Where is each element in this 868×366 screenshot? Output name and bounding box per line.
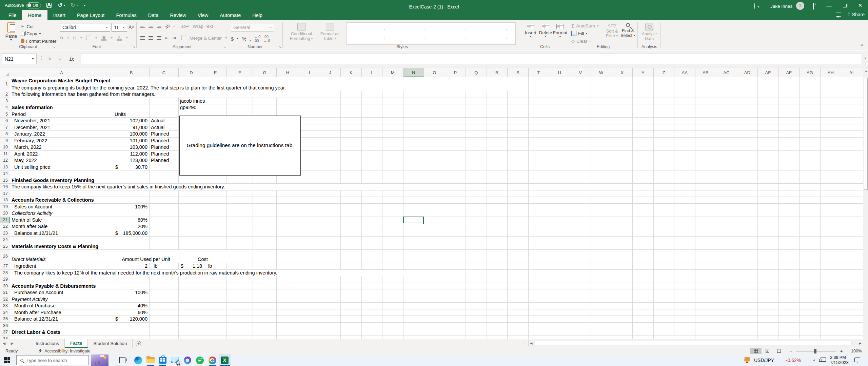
italic-icon[interactable]: I <box>67 35 69 41</box>
cell-A35[interactable]: Balance at 12/31/21 <box>10 316 113 322</box>
row-header-37[interactable]: 37 <box>0 329 10 336</box>
row-header-21[interactable]: 21 <box>0 217 10 223</box>
ribbon-tab-help[interactable]: Help <box>246 10 268 20</box>
action-center-icon[interactable] <box>854 358 860 362</box>
cell-A13[interactable]: Unit selling price <box>10 164 113 170</box>
sort-filter-button[interactable]: AZ▽ Sort & Filter <box>605 23 619 38</box>
column-header-AA[interactable]: AA <box>674 68 695 77</box>
formula-input[interactable] <box>81 54 862 64</box>
close-button[interactable]: ✕ <box>852 0 868 11</box>
column-header-K[interactable]: K <box>341 68 362 77</box>
row-header-2[interactable]: 2 <box>0 91 10 98</box>
column-header-E[interactable]: E <box>204 68 227 77</box>
cell-B9[interactable]: 101,000 <box>113 138 150 144</box>
column-header-U[interactable]: U <box>549 68 570 77</box>
cell-B22[interactable]: 20% <box>113 223 150 230</box>
account-name[interactable]: Jake Innes <box>770 4 792 9</box>
decrease-indent-icon[interactable]: ⇤ <box>165 35 169 41</box>
row-header-32[interactable]: 32 <box>0 296 10 303</box>
cell-A18[interactable]: Accounts Receivable & Collections <box>10 197 113 203</box>
column-header-R[interactable]: R <box>487 68 508 77</box>
column-header-W[interactable]: W <box>591 68 612 77</box>
align-bottom-icon[interactable] <box>157 24 161 28</box>
cell-A10[interactable]: March, 2022 <box>10 144 113 150</box>
column-header-T[interactable]: T <box>529 68 550 77</box>
row-header-23[interactable]: 23 <box>0 230 10 237</box>
fill-color-icon[interactable]: ⛊ <box>101 36 106 41</box>
cell-B5[interactable]: Units <box>113 111 150 118</box>
ribbon-tab-file[interactable]: File <box>3 10 22 20</box>
font-name-combo[interactable]: Calibri <box>60 23 110 32</box>
font-size-combo[interactable]: 11 <box>112 23 127 32</box>
name-box-dropdown-icon[interactable] <box>32 58 34 60</box>
row-header-34[interactable]: 34 <box>0 309 10 316</box>
network-icon[interactable] <box>821 358 826 362</box>
vertical-scrollbar-thumb[interactable] <box>864 78 868 190</box>
formula-bar-splitter[interactable]: ⋮ <box>39 55 44 61</box>
column-header-X[interactable]: X <box>612 68 633 77</box>
find-select-button[interactable]: Find & Select <box>620 23 636 38</box>
row-header-20[interactable]: 20 <box>0 210 10 217</box>
ribbon-tab-formulas[interactable]: Formulas <box>110 10 142 20</box>
delete-cells-button[interactable]: Delete <box>538 24 553 37</box>
ribbon-tab-page-layout[interactable]: Page Layout <box>71 10 110 20</box>
alignment-dialog-launcher-icon[interactable]: ↘ <box>223 45 226 49</box>
row-header-11[interactable]: 11 <box>0 151 10 157</box>
ribbon-tab-insert[interactable]: Insert <box>47 10 71 20</box>
column-header-F[interactable]: F <box>227 68 253 77</box>
ribbon-tab-home[interactable]: Home <box>22 10 47 20</box>
cell-B35[interactable]: $120,000 <box>113 316 150 322</box>
row-header-35[interactable]: 35 <box>0 316 10 322</box>
align-center-icon[interactable] <box>149 36 153 40</box>
taskbar-excel-icon[interactable]: X <box>219 354 231 366</box>
cell-A28[interactable]: The company likes to keep 12% of the mat… <box>10 270 451 276</box>
cell-C9[interactable]: Planned <box>150 138 179 144</box>
start-button[interactable] <box>4 357 10 363</box>
row-header-33[interactable]: 33 <box>0 303 10 309</box>
cell-B12[interactable]: 123,000 <box>113 157 150 164</box>
grading-note-textbox[interactable]: Grading guidelines are on the instructio… <box>179 116 301 176</box>
select-all-corner[interactable] <box>0 68 10 77</box>
sheet-tab-facts[interactable]: Facts <box>65 339 88 348</box>
align-left-icon[interactable] <box>140 36 145 40</box>
row-header-3[interactable]: 3 <box>0 98 10 104</box>
cell-B11[interactable]: 112,000 <box>113 151 150 157</box>
row-header-10[interactable]: 10 <box>0 144 10 150</box>
cell-E27[interactable]: lb <box>204 263 227 269</box>
cell-B23[interactable]: $185,000.00 <box>113 230 150 237</box>
expand-formula-bar-icon[interactable]: ˅ <box>864 56 867 61</box>
taskbar-search[interactable]: Type here to search <box>16 355 89 365</box>
cell-A30[interactable]: Accounts Payable & Disbursements <box>10 283 113 289</box>
copy-button[interactable]: Copy <box>21 31 41 36</box>
format-as-table-button[interactable]: Format as Table <box>317 23 343 41</box>
selected-cell-N21[interactable] <box>403 217 424 224</box>
comma-style-icon[interactable]: , <box>250 36 251 42</box>
cell-D27[interactable]: $1.18 <box>179 263 204 269</box>
sheet-tab-student-solution[interactable]: Student Solution <box>88 339 133 348</box>
ribbon-tab-view[interactable]: View <box>192 10 214 20</box>
column-header-AF[interactable]: AF <box>779 68 800 77</box>
ribbon-tab-automate[interactable]: Automate <box>214 10 246 20</box>
zoom-level[interactable]: 100% <box>848 349 862 353</box>
horizontal-scrollbar[interactable]: ◀ ▶ <box>528 340 863 346</box>
page-layout-view-button[interactable] <box>762 348 773 354</box>
cell-B34[interactable]: 60% <box>113 309 150 316</box>
row-header-30[interactable]: 30 <box>0 283 10 289</box>
row-header-36[interactable]: 36 <box>0 323 10 329</box>
widgets-button[interactable] <box>91 354 108 366</box>
cell-A7[interactable]: December, 2021 <box>10 124 113 131</box>
ticker-change[interactable]: -0.62% <box>786 358 801 363</box>
cut-button[interactable]: ✂Cut <box>21 24 34 29</box>
row-header-8[interactable]: 8 <box>0 131 10 137</box>
row-header-28[interactable]: 28 <box>0 270 10 276</box>
sheet-tab-instructions[interactable]: Instructions <box>30 339 65 348</box>
cell-A19[interactable]: Sales on Account <box>10 204 113 210</box>
cell-B13[interactable]: $30.70 <box>113 164 150 170</box>
share-button[interactable]: ⤴ Share <box>847 12 865 17</box>
row-header-18[interactable]: 18 <box>0 197 10 203</box>
column-header-D[interactable]: D <box>179 68 204 77</box>
ribbon-tab-review[interactable]: Review <box>164 10 192 20</box>
fill-handle[interactable] <box>422 222 425 224</box>
column-header-P[interactable]: P <box>445 68 466 77</box>
search-icon[interactable] <box>754 3 755 9</box>
